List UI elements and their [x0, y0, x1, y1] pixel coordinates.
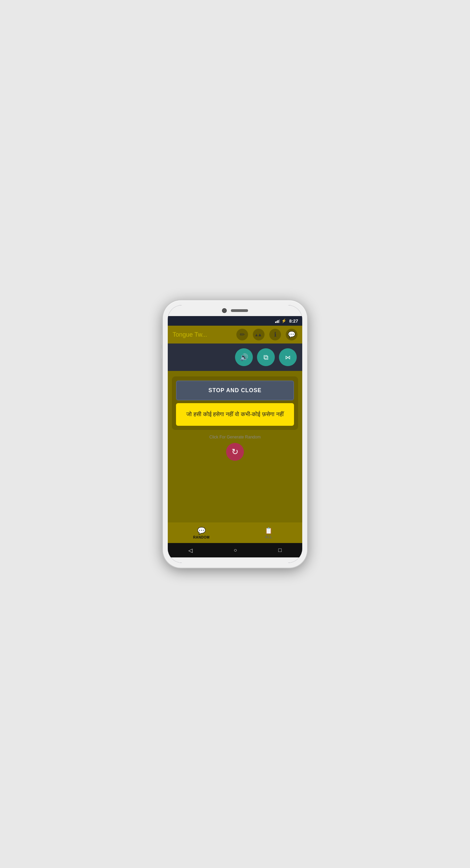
info-icon: ℹ — [274, 331, 277, 338]
copy-button[interactable]: ⧉ — [257, 348, 275, 366]
phone-bottom-bezel — [168, 557, 302, 563]
battery-icon: ⚡ — [281, 318, 286, 323]
vol-up-button[interactable] — [161, 335, 163, 345]
edit-icon: ✏ — [240, 331, 245, 338]
phone-device: ⚡ 8:27 Tongue Tw... ✏ ▴▲ ℹ 💬 — [163, 300, 307, 568]
system-nav-bar: ◁ ○ □ — [168, 543, 302, 557]
back-icon: ◁ — [188, 547, 192, 554]
main-content: STOP AND CLOSE जो हसी कोई हसेगा नहीं वो … — [168, 371, 302, 522]
nav-item-all[interactable]: 📋 ALL — [235, 527, 302, 539]
status-icons: ⚡ 8:27 — [275, 318, 298, 324]
speak-icon: 🔊 — [240, 353, 248, 361]
chat-button[interactable]: 💬 — [286, 329, 297, 340]
signal-icon — [275, 319, 280, 323]
action-row: 🔊 ⧉ ⋈ — [168, 343, 302, 371]
speak-button[interactable]: 🔊 — [235, 348, 253, 366]
card-container: STOP AND CLOSE जो हसी कोई हसेगा नहीं वो … — [172, 376, 298, 430]
camera-lens — [222, 308, 227, 313]
home-button[interactable]: ○ — [234, 547, 237, 553]
bottom-nav: 💬 RANDOM 📋 ALL — [168, 522, 302, 543]
status-bar: ⚡ 8:27 — [168, 316, 302, 326]
refresh-button[interactable]: ↻ — [226, 443, 244, 461]
recents-icon: □ — [278, 547, 282, 553]
stop-close-label: STOP AND CLOSE — [208, 387, 261, 393]
copy-icon: ⧉ — [263, 353, 268, 361]
app-title: Tongue Tw... — [173, 331, 236, 338]
all-nav-icon: 📋 — [265, 527, 272, 534]
vol-down-button[interactable] — [161, 348, 163, 359]
home-icon: ○ — [234, 547, 237, 553]
nav-item-random[interactable]: 💬 RANDOM — [168, 527, 235, 539]
below-card-area: Click For Generate Random ↻ — [172, 430, 298, 519]
all-nav-label: ALL — [265, 535, 272, 539]
recents-button[interactable]: □ — [278, 547, 282, 553]
random-nav-icon: 💬 — [197, 527, 206, 535]
back-button[interactable]: ◁ — [188, 547, 192, 554]
refresh-icon: ↻ — [232, 447, 238, 457]
earpiece-speaker — [231, 309, 248, 312]
stop-close-button[interactable]: STOP AND CLOSE — [176, 381, 294, 400]
tongue-twister-card: जो हसी कोई हसेगा नहीं वो कभी-कोई फ़सेगा … — [176, 403, 294, 426]
share-icon: ▴▲ — [255, 332, 262, 337]
app-bar-icons: ✏ ▴▲ ℹ 💬 — [236, 329, 297, 340]
chat-icon: 💬 — [288, 331, 295, 338]
edit-button[interactable]: ✏ — [236, 329, 248, 340]
screen-content: 🔊 ⧉ ⋈ STOP AND CLOSE ज — [168, 343, 302, 557]
random-nav-label: RANDOM — [193, 535, 210, 539]
generate-hint: Click For Generate Random — [209, 435, 260, 439]
app-bar: Tongue Tw... ✏ ▴▲ ℹ 💬 — [168, 326, 302, 343]
status-time: 8:27 — [289, 318, 298, 324]
phone-top-bezel — [168, 305, 302, 316]
info-button[interactable]: ℹ — [269, 329, 281, 340]
share-action-button[interactable]: ⋈ — [279, 348, 297, 366]
power-button[interactable] — [307, 341, 309, 355]
share-button[interactable]: ▴▲ — [253, 329, 265, 340]
tongue-twister-text: जो हसी कोई हसेगा नहीं वो कभी-कोई फ़सेगा … — [186, 411, 283, 418]
phone-screen: ⚡ 8:27 Tongue Tw... ✏ ▴▲ ℹ 💬 — [168, 305, 302, 563]
share-action-icon: ⋈ — [285, 354, 291, 361]
